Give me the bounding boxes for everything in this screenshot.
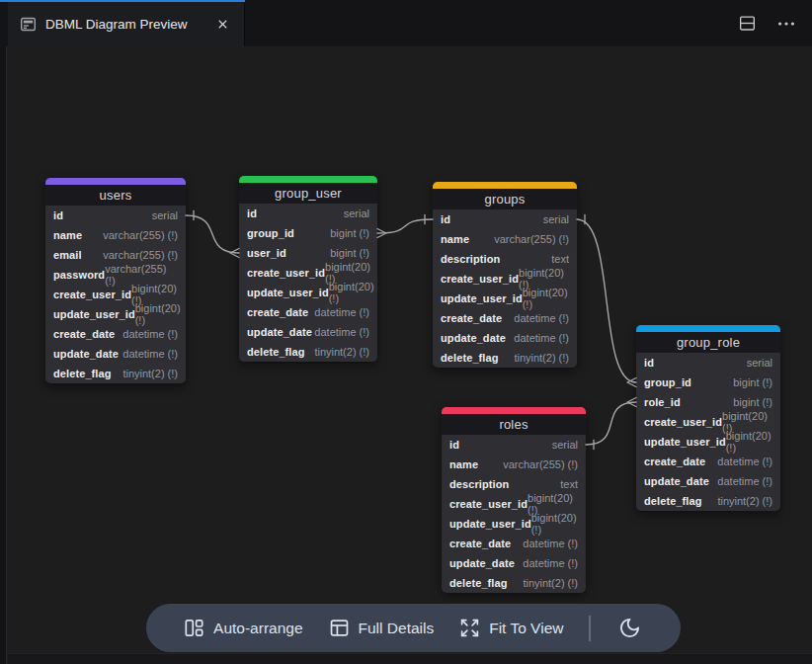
field-name: name [53, 229, 82, 241]
theme-toggle-button[interactable] [609, 613, 651, 643]
table-accent-bar [433, 182, 577, 189]
field-row[interactable]: update_datedatetime (!) [239, 322, 377, 342]
field-row[interactable]: idserial [239, 204, 377, 223]
tab-close-icon[interactable] [212, 15, 232, 35]
field-type: bigint (!) [330, 247, 369, 259]
table-users[interactable]: usersidserialnamevarchar(255) (!)emailva… [45, 178, 186, 383]
table-group_role[interactable]: group_roleidserialgroup_idbigint (!)role… [636, 325, 780, 511]
field-row[interactable]: role_idbigint (!) [636, 392, 780, 412]
table-accent-bar [45, 178, 186, 185]
field-row[interactable]: create_user_idbigint(20) (!) [433, 269, 577, 289]
field-type: bigint (!) [733, 396, 772, 408]
entity-tables-layer: usersidserialnamevarchar(255) (!)emailva… [0, 0, 812, 664]
field-row[interactable]: namevarchar(255) (!) [45, 225, 186, 245]
field-name: create_date [53, 328, 115, 340]
table-title[interactable]: groups [433, 189, 577, 209]
field-type: bigint (!) [330, 227, 369, 239]
field-row[interactable]: update_user_idbigint(20) (!) [45, 304, 186, 324]
diagram-preview-icon [20, 16, 37, 33]
field-type: datetime (!) [523, 557, 578, 569]
table-groups[interactable]: groupsidserialnamevarchar(255) (!)descri… [433, 182, 577, 368]
full-details-button[interactable]: Full Details [321, 612, 443, 644]
field-name: delete_flag [247, 346, 305, 358]
full-details-label: Full Details [359, 620, 435, 637]
field-name: name [449, 458, 478, 470]
tab-dbml-diagram-preview[interactable]: DBML Diagram Preview [8, 2, 245, 46]
field-row[interactable]: idserial [636, 353, 780, 373]
field-type: text [551, 253, 569, 265]
field-row[interactable]: create_datedatetime (!) [239, 302, 377, 322]
field-row[interactable]: delete_flagtinyint(2) (!) [636, 491, 780, 511]
toolbar-divider [589, 616, 591, 641]
field-row[interactable]: passwordvarchar(255) (!) [45, 265, 186, 285]
field-row[interactable]: update_user_idbigint(20) (!) [433, 289, 577, 308]
field-row[interactable]: group_idbigint (!) [636, 373, 780, 392]
field-row[interactable]: emailvarchar(255) (!) [45, 245, 186, 265]
field-row[interactable]: descriptiontext [442, 474, 586, 494]
field-row[interactable]: idserial [433, 209, 577, 229]
field-row[interactable]: idserial [45, 206, 186, 225]
field-type: datetime (!) [514, 332, 569, 344]
fit-to-view-label: Fit To View [489, 620, 563, 637]
field-name: id [53, 209, 63, 221]
field-row[interactable]: create_datedatetime (!) [45, 324, 186, 344]
field-row[interactable]: create_datedatetime (!) [442, 534, 586, 553]
field-row[interactable]: update_datedatetime (!) [636, 471, 780, 491]
field-row[interactable]: delete_flagtinyint(2) (!) [433, 348, 577, 368]
field-name: name [441, 233, 469, 245]
table-roles[interactable]: rolesidserialnamevarchar(255) (!)descrip… [442, 407, 586, 593]
auto-arrange-icon [184, 618, 204, 638]
field-row[interactable]: delete_flagtinyint(2) (!) [239, 342, 377, 362]
field-name: update_user_id [53, 308, 135, 320]
field-row[interactable]: update_datedatetime (!) [442, 553, 586, 573]
field-row[interactable]: update_datedatetime (!) [45, 344, 186, 364]
table-title[interactable]: group_user [239, 183, 377, 204]
field-name: description [441, 253, 500, 265]
field-row[interactable]: create_datedatetime (!) [433, 308, 577, 328]
field-type: serial [344, 208, 369, 219]
field-row[interactable]: descriptiontext [433, 249, 577, 269]
field-row[interactable]: create_user_idbigint(20) (!) [636, 412, 780, 432]
field-row[interactable]: update_user_idbigint(20) (!) [442, 514, 586, 534]
field-row[interactable]: user_idbigint (!) [239, 243, 377, 263]
field-name: create_user_id [441, 273, 519, 285]
field-row[interactable]: create_user_idbigint(20) (!) [442, 494, 586, 514]
field-row[interactable]: delete_flagtinyint(2) (!) [442, 573, 586, 593]
field-name: id [449, 439, 459, 451]
field-type: serial [543, 213, 569, 225]
field-type: tinyint(2) (!) [523, 577, 578, 589]
field-type: datetime (!) [122, 348, 178, 360]
field-type: bigint(20) (!) [329, 281, 374, 304]
field-type: bigint(20) (!) [523, 287, 569, 310]
split-editor-icon[interactable] [738, 14, 757, 33]
table-title[interactable]: users [45, 185, 186, 206]
field-row[interactable]: update_datedatetime (!) [433, 328, 577, 348]
field-row[interactable]: create_user_idbigint(20) (!) [45, 285, 186, 304]
field-row[interactable]: idserial [442, 435, 586, 455]
field-row[interactable]: update_user_idbigint(20) (!) [239, 283, 377, 302]
table-accent-bar [239, 176, 377, 183]
table-title[interactable]: roles [442, 414, 586, 435]
field-row[interactable]: namevarchar(255) (!) [433, 229, 577, 249]
field-name: create_date [247, 306, 308, 318]
table-group_user[interactable]: group_useridserialgroup_idbigint (!)user… [239, 176, 377, 362]
field-name: create_date [644, 456, 705, 467]
fit-to-view-icon [459, 618, 480, 638]
field-row[interactable]: create_datedatetime (!) [636, 452, 780, 471]
field-row[interactable]: delete_flagtinyint(2) (!) [45, 364, 186, 383]
field-type: datetime (!) [523, 538, 578, 549]
field-row[interactable]: create_user_idbigint(20) (!) [239, 263, 377, 283]
auto-arrange-button[interactable]: Auto-arrange [176, 612, 310, 644]
field-type: varchar(255) (!) [503, 458, 578, 470]
field-name: update_user_id [449, 518, 531, 530]
field-name: create_user_id [644, 416, 722, 428]
field-type: datetime (!) [314, 326, 369, 338]
more-actions-icon[interactable] [776, 14, 796, 34]
field-type: tinyint(2) (!) [122, 368, 178, 379]
field-row[interactable]: group_idbigint (!) [239, 223, 377, 243]
field-row[interactable]: namevarchar(255) (!) [442, 455, 586, 474]
fit-to-view-button[interactable]: Fit To View [451, 612, 571, 644]
field-row[interactable]: update_user_idbigint(20) (!) [636, 432, 780, 452]
field-name: create_user_id [247, 267, 325, 279]
table-title[interactable]: group_role [636, 332, 780, 353]
